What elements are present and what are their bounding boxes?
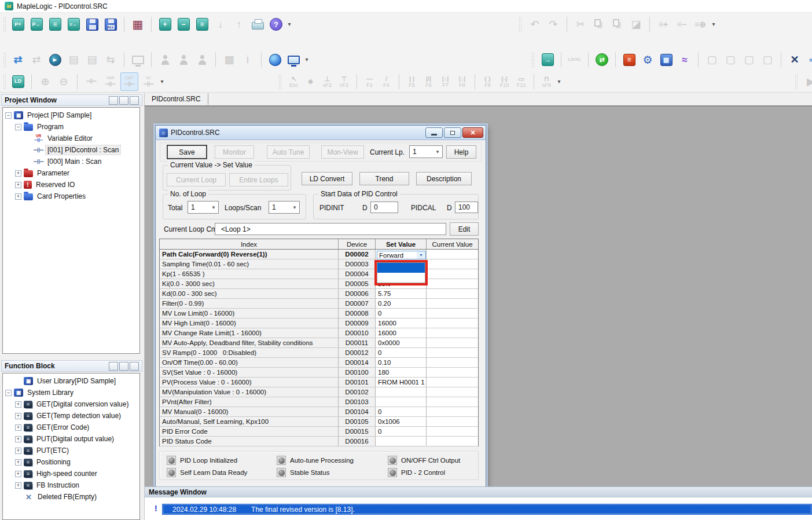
tree-item-high-speed-counter[interactable]: + ≡ High-speed counter [3,468,139,479]
trend-chart-icon[interactable]: ≈ [676,50,693,69]
table-row[interactable]: Sampling Time(0.01 - 60 sec) D00003 [160,259,478,269]
toolbar-grip[interactable] [3,52,6,67]
expand-toggle-icon[interactable]: − [15,124,21,130]
table-row[interactable]: Filter(0 - 0.99) D00007 0.20 [160,299,478,309]
cell-current-value[interactable] [427,318,478,328]
pid-window-titlebar[interactable]: ◎ PIDcontrol.SRC ✕ [156,126,486,140]
row-insert-icon[interactable]: ≡⊕ [692,15,709,34]
cell-current-value[interactable] [427,427,478,436]
edit-button[interactable]: Edit [450,222,479,236]
panel-pin-button[interactable] [119,362,128,371]
toolbar-grip[interactable] [3,17,6,32]
table-row[interactable]: MV Low Limit(0 - 16000) D00008 0 [160,309,478,318]
cell-current-value[interactable] [427,299,478,308]
bookmark-page-icon[interactable]: ▢ [703,50,721,69]
ladder-vc-icon[interactable]: ⊣⊢VC [139,72,157,91]
tab-pidcontrol[interactable]: PIDcontrol.SRC [149,93,208,105]
cell-device[interactable]: D00105 [339,417,376,426]
download-icon[interactable]: ↓ [212,15,229,34]
eraser-icon[interactable]: ◆ [303,72,318,91]
tree-item-variable-editor[interactable]: VR Variable Editor [3,133,139,144]
upload-icon[interactable]: ↑ [230,15,248,34]
table-row[interactable]: PVnt(After Filter) D00103 [160,397,478,407]
pidinit-input[interactable]: 0 [370,202,398,213]
table-row[interactable]: PID Status Code D00016 [160,437,478,446]
cell-index[interactable]: PID Status Code [160,437,339,446]
table-row[interactable]: MV Manual(0 - 16000) D00104 0 [160,407,478,417]
tree-item-program[interactable]: − Program [3,121,139,133]
cell-set-value[interactable] [376,387,427,397]
cf2-icon[interactable]: ⊤cF2 [336,72,352,91]
sf2-icon[interactable]: ⊥sF2 [319,72,335,91]
row-add-icon[interactable]: ≡+ [655,15,672,34]
row-remove-icon[interactable]: ≡− [673,15,690,34]
bookmark-all-icon[interactable]: ▢ [722,50,739,69]
cell-current-value[interactable] [427,407,478,416]
cell-index[interactable]: On/Off Time(0.00 - 60.00) [160,358,339,367]
help-button[interactable]: Help [446,145,476,159]
ladder-cmt-icon[interactable]: ⊣⊢CMT [120,72,138,91]
cell-set-value[interactable]: 0 [376,427,427,436]
save-button[interactable]: Save [167,145,207,159]
cell-index[interactable]: Kd(0.00 - 300 sec) [160,289,339,298]
tree-item-system-library[interactable]: − ▣ System Library [3,387,139,398]
cell-index[interactable]: MV High Limit(0 - 16000) [160,318,339,328]
description-button[interactable]: Description [416,172,472,185]
cell-set-value[interactable]: 0.10 [376,358,427,367]
cell-set-value[interactable]: 180 [376,368,427,377]
header-set-value[interactable]: Set Value [376,239,427,249]
cell-device[interactable]: D00008 [339,309,376,318]
entire-loops-button[interactable]: Entire Loops [229,173,288,186]
close-button[interactable]: ✕ [462,127,483,138]
table-row[interactable]: Kp(1 - 65535 ) D00004 [160,269,478,279]
current-loop-cmt-input[interactable]: <Loop 1> [215,223,446,235]
cell-current-value[interactable] [427,289,478,298]
film-upload-icon[interactable]: ▤ [65,50,82,69]
cell-set-value[interactable]: 0.20 [376,299,427,308]
cell-current-value[interactable] [427,348,478,357]
monitor-icon[interactable] [129,50,146,69]
cell-current-value[interactable] [427,309,478,318]
panel-menu-button[interactable] [109,362,118,371]
toolbar-more-icon[interactable]: ▾ [159,72,166,91]
expand-toggle-icon[interactable]: + [15,401,21,408]
sf9-icon[interactable]: ⊓sF9 [539,72,554,91]
cell-device[interactable]: D00007 [339,299,376,308]
run-config-icon[interactable]: ⇒ [804,50,812,69]
toolbar-more-icon[interactable]: ▾ [556,72,563,91]
cell-device[interactable]: D00016 [339,437,376,446]
panel-menu-button[interactable] [109,96,118,105]
f9-coil-icon[interactable]: ( )F9 [480,72,495,91]
expand-toggle-icon[interactable]: + [15,182,21,188]
cell-current-value[interactable] [427,328,478,338]
bookmark-next-icon[interactable]: ▢ [759,50,776,69]
system-monitor-icon[interactable] [285,50,302,69]
cell-current-value[interactable] [427,279,478,288]
f12-box-icon[interactable]: ▭F12 [513,72,529,91]
ld-xl-convert-icon[interactable]: LD/XL [566,50,583,69]
cell-index[interactable]: PV(Process Value : 0 - 16000) [160,378,339,387]
transfer-icon[interactable]: ⇄ [9,50,27,69]
swap-icon[interactable]: ⇆ [102,50,119,69]
table-row[interactable]: Ki(0.0 - 3000 sec) D00005 23.0 [160,279,478,289]
redo-icon[interactable]: ↷ [545,15,562,34]
transfer-verify-icon[interactable]: ⇄ [28,50,45,69]
loops-scan-select[interactable]: 1▾ [269,201,300,214]
new-project-icon[interactable]: P+ [9,15,27,34]
cell-device[interactable]: D00014 [339,358,376,367]
cell-device[interactable]: D00009 [339,318,376,328]
cell-current-value[interactable] [427,368,478,377]
ld-gear-icon[interactable]: LD [9,72,27,91]
cell-index[interactable]: Path Calc(Forward(0) Reverse(1)) [160,250,339,259]
cell-current-value[interactable] [427,397,478,407]
cell-device[interactable]: D00100 [339,368,376,377]
toolbar-grip[interactable] [531,52,534,67]
auto-tune-button[interactable]: Auto Tune [267,145,310,159]
dropdown-option-forward[interactable] [377,263,425,273]
table-row[interactable]: On/Off Time(0.00 - 60.00) D00014 0.10 [160,358,478,368]
table-row[interactable]: MV High Limit(0 - 16000) D00009 16000 [160,318,478,328]
erase-icon[interactable]: ◪ [627,15,645,34]
tree-item-positioning[interactable]: + ≡ Positioning [3,456,139,468]
header-current-value[interactable]: Current Value [427,239,478,249]
cell-set-value[interactable] [376,437,427,446]
